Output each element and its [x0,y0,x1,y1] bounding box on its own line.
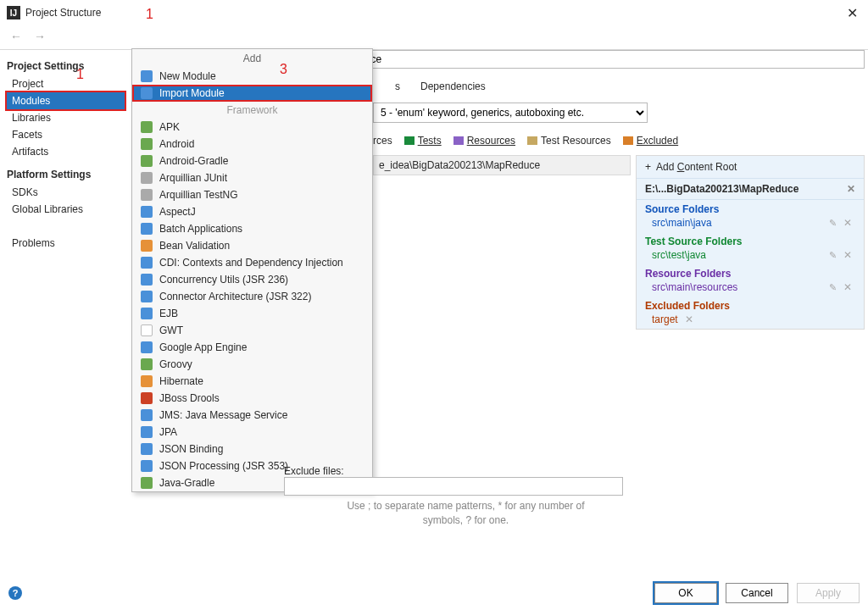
tabs: Sources s Dependencies [373,77,487,97]
menu-framework-item[interactable]: AspectJ [132,203,372,220]
close-icon[interactable]: ✕ [843,5,861,21]
content-root-path[interactable]: e_idea\BigData200213\MapReduce [373,155,631,175]
menu-new-module[interactable]: New Module [132,68,372,85]
folder-group: Excluded Folderstarget✕ [637,297,864,329]
menu-framework-item[interactable]: Groovy [132,356,372,373]
remove-icon[interactable]: ✕ [685,313,693,325]
back-arrow-icon[interactable]: ← [7,30,25,43]
nav-row: ← → [0,25,868,47]
edit-icon[interactable]: ✎ [829,282,837,293]
mark-resources[interactable]: Resources [453,135,515,147]
menu-framework-item[interactable]: APK [132,119,372,136]
framework-icon [141,392,153,404]
menu-framework-item[interactable]: EJB [132,305,372,322]
sidebar-item-sdks[interactable]: SDKs [7,184,125,201]
framework-icon [141,291,153,302]
remove-icon[interactable]: ✕ [843,249,852,261]
menu-framework-item[interactable]: Arquillian JUnit [132,169,372,186]
sidebar-item-facets[interactable]: Facets [7,126,125,143]
add-content-root[interactable]: + Add Content Root [637,156,864,179]
forward-arrow-icon[interactable]: → [31,30,49,43]
folder-item[interactable]: src\main\resources✎✕ [645,280,855,295]
menu-framework-item[interactable]: CDI: Contexts and Dependency Injection [132,254,372,271]
remove-icon[interactable]: ✕ [843,217,852,229]
menu-import-module[interactable]: Import Module [132,85,372,102]
folder-group-title: Test Source Folders [645,236,855,247]
tab-dependencies[interactable]: Dependencies [419,77,487,97]
menu-framework-item[interactable]: Android-Gradle [132,152,372,169]
menu-framework-item[interactable]: Google App Engine [132,339,372,356]
mark-as-row: rces Tests Resources Test Resources Excl… [373,135,678,147]
menu-framework-item[interactable]: JMS: Java Message Service [132,407,372,424]
name-input[interactable] [320,50,865,69]
menu-framework-item[interactable]: Hibernate [132,373,372,390]
framework-icon [141,189,153,201]
language-level-select[interactable]: 5 - 'enum' keyword, generics, autoboxing… [373,103,648,123]
folder-group-title: Source Folders [645,203,855,215]
title-bar: IJ Project Structure ✕ [0,0,868,25]
framework-icon [141,240,153,252]
menu-framework-item[interactable]: JSON Binding [132,441,372,458]
menu-framework-item[interactable]: Arquillian TestNG [132,186,372,203]
framework-icon [141,477,153,489]
content-roots-pane: + Add Content Root E:\...BigData200213\M… [636,155,865,330]
framework-icon [141,409,153,421]
ok-button[interactable]: OK [654,583,717,603]
sidebar-item-libraries[interactable]: Libraries [7,109,125,126]
folder-item[interactable]: src\main\java✎✕ [645,215,855,230]
apply-button[interactable]: Apply [797,583,860,603]
tab-paths-partial[interactable]: s [393,77,402,97]
sidebar-item-problems[interactable]: Problems [7,235,125,252]
cancel-button[interactable]: Cancel [726,583,788,603]
mark-test-resources[interactable]: Test Resources [527,135,611,147]
project-settings-heading: Project Settings [7,60,125,72]
framework-icon [141,155,153,167]
sidebar-item-project[interactable]: Project [7,75,125,92]
menu-framework-item[interactable]: JPA [132,424,372,441]
menu-framework-item[interactable]: GWT [132,322,372,339]
menu-framework-item[interactable]: Connector Architecture (JSR 322) [132,288,372,305]
edit-icon[interactable]: ✎ [829,218,837,229]
framework-icon [141,460,153,472]
mark-excluded[interactable]: Excluded [623,135,678,147]
dropdown-header: Add [132,49,372,68]
add-dropdown: Add New Module Import Module Framework A… [131,48,373,492]
sidebar-item-modules[interactable]: Modules [7,92,125,109]
center-pane: + — ❐ Name: Sources s Dependencies 5 - '… [131,50,868,579]
menu-framework-item[interactable]: Bean Validation [132,237,372,254]
folder-item[interactable]: src\test\java✎✕ [645,247,855,263]
menu-framework-item[interactable]: Batch Applications [132,220,372,237]
framework-icon [141,206,153,218]
dialog-footer: ? OK Cancel Apply [0,583,868,603]
sidebar: Project Settings Project Modules Librari… [0,50,131,579]
framework-icon [141,443,153,455]
remove-icon[interactable]: ✕ [843,281,852,293]
plus-icon: + [645,161,651,173]
menu-framework-item[interactable]: Android [132,136,372,152]
module-icon [141,70,153,82]
language-level-row: 5 - 'enum' keyword, generics, autoboxing… [373,103,648,123]
edit-icon[interactable]: ✎ [829,250,837,261]
framework-icon [141,121,153,133]
exclude-input[interactable] [284,477,623,496]
menu-framework-item[interactable]: Concurrency Utils (JSR 236) [132,271,372,288]
framework-icon [141,308,153,319]
menu-framework-item[interactable]: JBoss Drools [132,390,372,407]
sidebar-item-artifacts[interactable]: Artifacts [7,143,125,160]
help-icon[interactable]: ? [8,586,22,600]
framework-icon [141,274,153,286]
mark-sources-partial[interactable]: rces [373,135,392,147]
framework-icon [141,138,153,150]
exclude-hint: Use ; to separate name patterns, * for a… [284,499,648,528]
ij-icon: IJ [7,6,20,19]
content-root-entry[interactable]: E:\...BigData200213\MapReduce ✕ [637,179,864,200]
mark-tests[interactable]: Tests [404,135,442,147]
folder-item[interactable]: target✕ [645,312,855,327]
framework-icon [141,223,153,235]
framework-icon [141,375,153,387]
framework-icon [141,358,153,370]
sidebar-item-global-libraries[interactable]: Global Libraries [7,201,125,218]
folder-group: Resource Folderssrc\main\resources✎✕ [637,264,864,297]
exclude-label: Exclude files: [284,465,344,477]
remove-root-icon[interactable]: ✕ [847,183,855,195]
